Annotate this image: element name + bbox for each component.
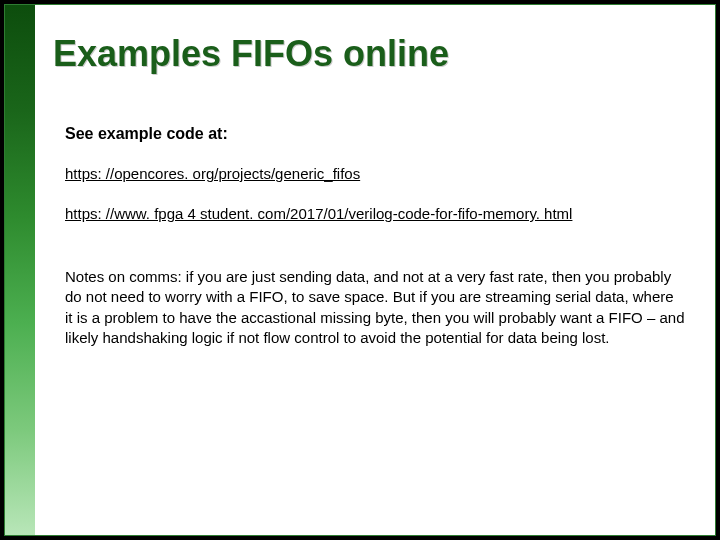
slide-content: Examples FIFOs online See example code a… — [35, 5, 715, 535]
slide-subtitle: See example code at: — [65, 125, 228, 143]
link-fpga4student[interactable]: https: //www. fpga 4 student. com/2017/0… — [65, 205, 572, 222]
link-opencores[interactable]: https: //opencores. org/projects/generic… — [65, 165, 360, 182]
slide-title: Examples FIFOs online — [53, 33, 449, 75]
slide-notes: Notes on comms: if you are just sending … — [65, 267, 685, 348]
decorative-gradient-strip — [5, 5, 35, 535]
